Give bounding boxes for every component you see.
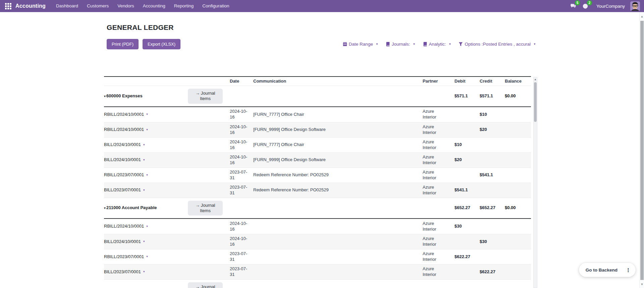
communication-cell [253, 255, 423, 258]
entry-name: RBILL/2024/10/0001 [104, 112, 144, 117]
date-cell: 2024-10-16 [230, 123, 253, 137]
communication-cell [253, 240, 423, 243]
menu-accounting[interactable]: Accounting [139, 0, 170, 12]
account-group-label[interactable]: ▾101401 Bank [104, 286, 188, 288]
partner-cell: Azure Interior [423, 265, 454, 279]
table-scrollbar[interactable]: ▲ [533, 77, 537, 288]
entry-label[interactable]: RBILL/2023/07/0001▾ [104, 253, 188, 261]
journal-items-button[interactable]: →Journal Items [188, 201, 223, 216]
account-group-row: ▾600000 Expenses→Journal Items$571.1$571… [104, 86, 531, 107]
credit-cell [480, 225, 505, 228]
journal-entry-row: BILL/2024/10/0001▾2024-10-16Azure Interi… [104, 234, 531, 249]
apps-grid-icon [5, 3, 11, 9]
balance-cell [505, 174, 531, 177]
journal-entry-row: RBILL/2024/10/0001▾2024-10-16Azure Inter… [104, 219, 531, 234]
activities-button[interactable]: 2 [581, 2, 590, 10]
partner-name: Azure Interior [423, 124, 443, 136]
journal-entry-row: RBILL/2024/10/0001▾2024-10-16[FURN_7777]… [104, 107, 531, 122]
actions-row: Print (PDF) Export (XLSX) Date Range ▼ J… [107, 39, 536, 49]
analytic-filter[interactable]: Analytic: ▼ [423, 42, 451, 47]
balance-cell [505, 144, 531, 146]
entry-name: BILL/2024/10/0001 [104, 239, 141, 245]
entry-label[interactable]: RBILL/2024/10/0001▾ [104, 222, 188, 231]
scroll-up-arrow-icon[interactable]: ▲ [534, 77, 537, 82]
partner-name: Azure Interior [423, 185, 443, 196]
table-scrollbar-thumb[interactable] [534, 82, 537, 122]
debit-cell [454, 113, 480, 116]
header-credit: Credit [480, 77, 505, 86]
journals-label: Journals: [392, 42, 410, 47]
print-pdf-button[interactable]: Print (PDF) [107, 39, 139, 49]
chevron-down-icon: ▼ [376, 43, 378, 46]
entry-label[interactable]: RBILL/2024/10/0001▾ [104, 126, 188, 134]
entry-label[interactable]: BILL/2024/10/0001▾ [104, 238, 188, 246]
calendar-icon [343, 42, 347, 46]
entry-name: BILL/2023/07/0001 [104, 187, 141, 193]
entry-name: BILL/2024/10/0001 [104, 142, 141, 148]
partner-cell: Azure Interior [423, 235, 454, 249]
caret-down-icon: ▾ [146, 173, 148, 177]
communication-cell: [FURN_7777] Office Chair [253, 141, 423, 149]
entry-label[interactable]: BILL/2024/10/0001▾ [104, 141, 188, 149]
balance-cell [505, 225, 531, 228]
group-credit: $571.1 [480, 92, 505, 100]
caret-down-icon: ▾ [143, 143, 145, 147]
date-cell: 2024-10-16 [230, 220, 253, 234]
options-filter[interactable]: Options :Posted Entries , accural ▼ [459, 42, 536, 47]
entry-label[interactable]: RBILL/2024/10/0001▾ [104, 110, 188, 119]
journal-items-button[interactable]: →Journal Items [188, 89, 223, 104]
menu-configuration[interactable]: Configuration [198, 0, 233, 12]
account-group-row: ▾101401 Bank→Journal Items$12477.45$32.5… [104, 279, 531, 288]
menu-vendors[interactable]: Vendors [113, 0, 139, 12]
caret-down-icon: ▾ [104, 206, 106, 210]
entry-label[interactable]: BILL/2024/10/0001▾ [104, 156, 188, 164]
scroll-up-arrow-icon[interactable]: ▲ [640, 15, 644, 18]
journal-entry-row: RBILL/2023/07/0001▾2023-07-31Redeem Refe… [104, 167, 531, 183]
journal-entry-row: BILL/2023/07/0001▾2023-07-31Redeem Refer… [104, 183, 531, 198]
journal-items-button[interactable]: →Journal Items [188, 282, 223, 288]
date-cell: 2024-10-16 [230, 153, 253, 167]
journal-entry-row: RBILL/2024/10/0001▾2024-10-16[FURN_9999]… [104, 122, 531, 137]
menu-customers[interactable]: Customers [83, 0, 113, 12]
date-range-filter[interactable]: Date Range ▼ [343, 42, 378, 47]
debit-cell: $622.27 [454, 253, 480, 261]
app-brand[interactable]: Accounting [15, 3, 46, 9]
journal-entry-row: BILL/2023/07/0001▾2023-07-31Azure Interi… [104, 264, 531, 279]
analytic-icon [423, 42, 427, 46]
company-name[interactable]: YourCompany [596, 4, 625, 9]
entry-name: RBILL/2024/10/0001 [104, 224, 144, 229]
entry-label[interactable]: BILL/2023/07/0001▾ [104, 268, 188, 276]
group-debit: $571.1 [454, 92, 480, 100]
user-avatar[interactable] [630, 1, 640, 11]
apps-menu-button[interactable] [3, 0, 13, 12]
table-header-row: Date Communication Partner Debit Credit … [104, 77, 531, 86]
entry-label[interactable]: BILL/2023/07/0001▾ [104, 186, 188, 194]
caret-down-icon: ▾ [104, 94, 106, 98]
more-options-button[interactable]: ⋮ [623, 265, 634, 275]
page-scrollbar[interactable]: ▲ ▼ [639, 12, 644, 288]
account-group-label[interactable]: ▾211000 Account Payable [104, 204, 188, 212]
partner-cell: Azure Interior [423, 123, 454, 137]
date-cell: 2023-07-31 [230, 183, 253, 197]
export-xlsx-button[interactable]: Export (XLSX) [143, 39, 180, 49]
menu-reporting[interactable]: Reporting [170, 0, 198, 12]
journal-entry-row: RBILL/2023/07/0001▾2023-07-31Azure Inter… [104, 249, 531, 264]
account-group-label[interactable]: ▾600000 Expenses [104, 92, 188, 100]
header-debit: Debit [454, 77, 480, 86]
date-cell: 2024-10-16 [230, 235, 253, 249]
partner-name: Azure Interior [423, 221, 443, 232]
partner-name: Azure Interior [423, 154, 443, 166]
group-balance: $0.00 [505, 92, 531, 100]
avatar-image-icon [630, 1, 640, 11]
menu-dashboard[interactable]: Dashboard [52, 0, 83, 12]
page-scrollbar-thumb[interactable] [640, 21, 644, 280]
communication-cell [253, 225, 423, 228]
go-to-backend-button[interactable]: Go to Backend [580, 265, 623, 275]
activities-badge: 2 [587, 0, 592, 5]
scroll-down-arrow-icon[interactable]: ▼ [640, 283, 644, 286]
main-menu: Dashboard Customers Vendors Accounting R… [52, 0, 234, 12]
messages-button[interactable]: 5 [569, 2, 578, 10]
credit-cell: $10 [480, 110, 505, 119]
journals-filter[interactable]: Journals: ▼ [386, 42, 416, 47]
entry-label[interactable]: RBILL/2023/07/0001▾ [104, 171, 188, 179]
